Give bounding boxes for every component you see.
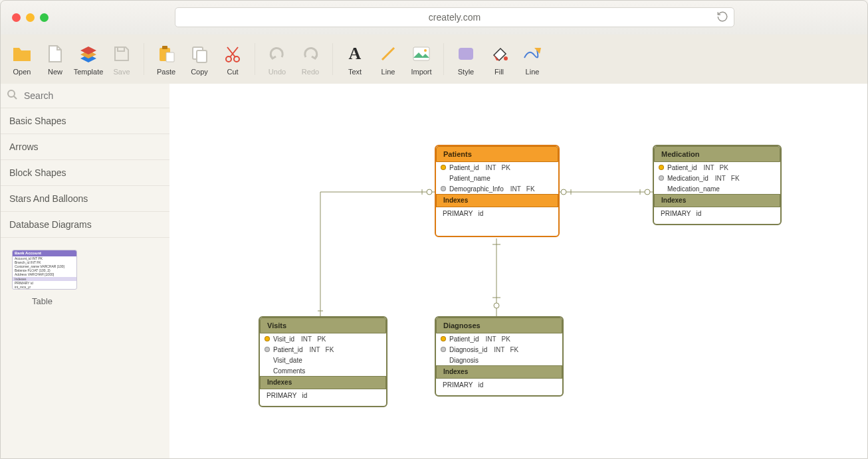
table-row: Comments <box>260 365 386 376</box>
style-button[interactable]: Style <box>450 43 482 76</box>
search-icon <box>7 89 17 102</box>
paste-button[interactable]: Paste <box>150 43 182 76</box>
indexes-header: Indexes <box>436 194 558 207</box>
table-shape-thumb[interactable]: Bank Account Account_id INT PK Branch_id… <box>12 250 77 290</box>
sidebar-cat-basic-shapes[interactable]: Basic Shapes <box>0 108 169 134</box>
svg-rect-2 <box>162 46 167 49</box>
copy-button[interactable]: Copy <box>183 43 215 76</box>
svg-point-10 <box>424 49 427 52</box>
toolbar-sep <box>144 43 144 75</box>
shape-palette: Bank Account Account_id INT PK Branch_id… <box>0 238 169 318</box>
entity-diagnoses[interactable]: Diagnoses Patient_idINTPK Diagnosis_idIN… <box>435 316 564 397</box>
line-button[interactable]: Line <box>372 43 404 76</box>
entity-patients[interactable]: Patients Patient_idINTPK Patient_name De… <box>435 145 560 237</box>
sidebar-cat-block-shapes[interactable]: Block Shapes <box>0 160 169 186</box>
text-button[interactable]: AText <box>339 43 371 76</box>
table-row: Visit_idINTPK <box>260 333 386 344</box>
save-button[interactable]: Save <box>106 43 138 76</box>
svg-line-8 <box>382 48 394 60</box>
fill-button[interactable]: Fill <box>483 43 515 76</box>
entity-title: Medication <box>654 146 780 162</box>
indexes-header: Indexes <box>260 376 386 389</box>
svg-rect-0 <box>118 47 124 51</box>
diagram-canvas[interactable]: Patients Patient_idINTPK Patient_name De… <box>169 84 868 459</box>
maximize-window-icon[interactable] <box>40 13 49 22</box>
svg-point-12 <box>504 56 508 60</box>
new-button[interactable]: New <box>39 43 71 76</box>
toolbar: Open New Template Save Paste Copy Cut Un… <box>0 35 868 84</box>
toolbar-sep <box>443 43 444 75</box>
reload-icon[interactable] <box>716 11 728 25</box>
svg-point-27 <box>494 303 499 308</box>
table-row: Patient_idINTPK <box>654 162 780 173</box>
svg-rect-9 <box>413 47 429 60</box>
indexes-body: PRIMARY id <box>654 207 780 224</box>
close-window-icon[interactable] <box>12 13 21 22</box>
browser-chrome: creately.com <box>0 0 868 35</box>
table-row: Diagnosis <box>436 355 562 365</box>
entity-title: Patients <box>436 146 558 162</box>
sidebar-cat-database-diagrams[interactable]: Database Diagrams <box>0 212 169 238</box>
sidebar: Basic Shapes Arrows Block Shapes Stars A… <box>0 84 170 459</box>
svg-line-14 <box>14 96 17 99</box>
table-row: Patient_name <box>436 173 558 183</box>
table-row: Patient_idINTFK <box>260 344 386 355</box>
template-button[interactable]: Template <box>72 43 104 76</box>
window-controls <box>12 13 49 22</box>
indexes-body: PRIMARY id <box>436 207 558 236</box>
thumb-label: Table <box>32 296 53 306</box>
entity-title: Diagnoses <box>436 318 562 333</box>
svg-point-13 <box>8 90 15 97</box>
svg-point-21 <box>561 189 566 195</box>
table-row: Medication_idINTFK <box>654 173 780 183</box>
table-row: Demographic_InfoINTFK <box>436 183 558 194</box>
search-row <box>0 84 169 108</box>
indexes-header: Indexes <box>436 365 562 379</box>
indexes-body: PRIMARY id <box>436 379 562 395</box>
sidebar-cat-stars-balloons[interactable]: Stars And Balloons <box>0 186 169 212</box>
svg-rect-11 <box>459 48 473 60</box>
entity-visits[interactable]: Visits Visit_idINTPK Patient_idINTFK Vis… <box>259 316 387 407</box>
cut-button[interactable]: Cut <box>217 43 249 76</box>
import-button[interactable]: Import <box>405 43 437 76</box>
address-bar[interactable]: creately.com <box>175 7 734 27</box>
toolbar-sep <box>332 43 333 75</box>
toolbar-sep <box>255 43 255 75</box>
svg-point-23 <box>645 189 650 195</box>
indexes-body: PRIMARY id <box>260 389 386 406</box>
line-style-button[interactable]: Line <box>516 43 548 76</box>
entity-title: Visits <box>260 318 386 333</box>
indexes-header: Indexes <box>654 194 780 207</box>
table-row: Patient_idINTPK <box>436 162 558 173</box>
undo-button[interactable]: Undo <box>261 43 293 76</box>
svg-rect-3 <box>166 52 174 62</box>
svg-point-17 <box>427 189 432 195</box>
entity-medication[interactable]: Medication Patient_idINTPK Medication_id… <box>653 145 782 225</box>
open-button[interactable]: Open <box>6 43 38 76</box>
minimize-window-icon[interactable] <box>26 13 35 22</box>
svg-rect-5 <box>197 50 207 62</box>
url-text: creately.com <box>429 12 481 23</box>
table-row: Medication_name <box>654 183 780 194</box>
search-input[interactable] <box>23 90 145 102</box>
redo-button[interactable]: Redo <box>294 43 326 76</box>
sidebar-cat-arrows[interactable]: Arrows <box>0 134 169 160</box>
table-row: Diagnosis_idINTFK <box>436 344 562 355</box>
table-row: Patient_idINTPK <box>436 333 562 344</box>
table-row: Visit_date <box>260 355 386 365</box>
